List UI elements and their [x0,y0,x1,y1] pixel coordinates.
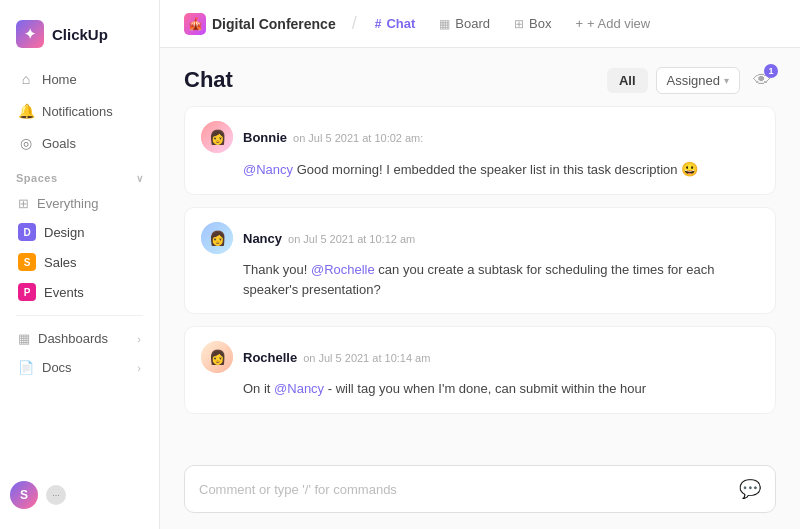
chevron-down-icon: ▾ [724,75,729,86]
project-name: Digital Conference [212,16,336,32]
message-author-3: Rochelle [243,350,297,365]
sidebar-item-home[interactable]: ⌂ Home [8,64,151,94]
sidebar-bottom-links: ▦ Dashboards › 📄 Docs › [0,324,159,382]
sidebar-item-goals-label: Goals [42,136,76,151]
design-space-icon: D [18,223,36,241]
watch-badge: 1 [764,64,778,78]
message-card-1: 👩 Bonnie on Jul 5 2021 at 10:02 am: @Nan… [184,106,776,195]
avatar-nancy: 👩 [201,222,233,254]
chat-header-controls: All Assigned ▾ 👁 1 [607,66,776,94]
avatar-bonnie: 👩 [201,121,233,153]
message-header-1: 👩 Bonnie on Jul 5 2021 at 10:02 am: [201,121,759,153]
tab-board[interactable]: ▦ Board [429,10,500,37]
logo[interactable]: ✦ ClickUp [0,12,159,64]
filter-assigned-button[interactable]: Assigned ▾ [656,67,740,94]
sales-space-icon: S [18,253,36,271]
message-text-before-2: Thank you! [243,262,311,277]
home-icon: ⌂ [18,71,34,87]
message-author-2: Nancy [243,231,282,246]
user-area[interactable]: S ··· [0,473,159,517]
spaces-list: ⊞ Everything D Design S Sales P Events [0,190,159,307]
mention-nancy-3: @Nancy [274,381,324,396]
sidebar-item-events-label: Events [44,285,84,300]
message-body-2: Thank you! @Rochelle can you create a su… [201,260,759,299]
sidebar-item-everything-label: Everything [37,196,98,211]
topbar-divider: / [352,13,357,34]
user-secondary-avatar: ··· [46,485,66,505]
tab-chat[interactable]: # Chat [365,10,426,37]
tab-box-label: Box [529,16,551,31]
message-card-3: 👩 Rochelle on Jul 5 2021 at 10:14 am On … [184,326,776,414]
goals-icon: ◎ [18,135,34,151]
message-author-1: Bonnie [243,130,287,145]
sidebar: ✦ ClickUp ⌂ Home 🔔 Notifications ◎ Goals… [0,0,160,529]
chat-header: Chat All Assigned ▾ 👁 1 [160,48,800,106]
docs-icon: 📄 [18,360,34,375]
dashboards-expand-icon: › [137,333,141,345]
sidebar-item-sales[interactable]: S Sales [8,247,151,277]
sidebar-item-events[interactable]: P Events [8,277,151,307]
events-space-icon: P [18,283,36,301]
bell-icon: 🔔 [18,103,34,119]
spaces-collapse-icon[interactable]: ∨ [136,173,144,184]
message-text-1: Good morning! I embedded the speaker lis… [297,162,678,177]
message-time-3: on Jul 5 2021 at 10:14 am [303,352,430,364]
sidebar-item-sales-label: Sales [44,255,77,270]
sidebar-item-notifications[interactable]: 🔔 Notifications [8,96,151,126]
message-header-2: 👩 Nancy on Jul 5 2021 at 10:12 am [201,222,759,254]
send-icon[interactable]: 💬 [739,478,761,500]
comment-area: Comment or type '/' for commands 💬 [160,453,800,529]
dashboards-icon: ▦ [18,331,30,346]
sidebar-item-docs-label: Docs [42,360,72,375]
message-text-before-3: On it [243,381,274,396]
sidebar-item-everything[interactable]: ⊞ Everything [8,190,151,217]
board-icon: ▦ [439,17,450,31]
main-content: 🎪 Digital Conference / # Chat ▦ Board ⊞ … [160,0,800,529]
sidebar-item-notifications-label: Notifications [42,104,113,119]
sidebar-item-goals[interactable]: ◎ Goals [8,128,151,158]
messages-list: 👩 Bonnie on Jul 5 2021 at 10:02 am: @Nan… [160,106,800,453]
message-meta-2: Nancy on Jul 5 2021 at 10:12 am [243,231,415,246]
tab-box[interactable]: ⊞ Box [504,10,561,37]
add-view-button[interactable]: + + Add view [565,10,660,37]
sidebar-item-design[interactable]: D Design [8,217,151,247]
message-body-1: @Nancy Good morning! I embedded the spea… [201,159,759,180]
emoji-1: 😀 [681,161,698,177]
sidebar-nav: ⌂ Home 🔔 Notifications ◎ Goals [0,64,159,158]
add-view-label: + Add view [587,16,650,31]
comment-placeholder: Comment or type '/' for commands [199,482,397,497]
plus-icon: + [575,16,583,31]
message-meta-1: Bonnie on Jul 5 2021 at 10:02 am: [243,130,423,145]
message-header-3: 👩 Rochelle on Jul 5 2021 at 10:14 am [201,341,759,373]
logo-text: ClickUp [52,26,108,43]
nancy-avatar-img: 👩 [201,222,233,254]
project-icon: 🎪 [184,13,206,35]
message-text-after-3: - will tag you when I'm done, can submit… [328,381,646,396]
grid-icon: ⊞ [18,196,29,211]
topbar: 🎪 Digital Conference / # Chat ▦ Board ⊞ … [160,0,800,48]
message-meta-3: Rochelle on Jul 5 2021 at 10:14 am [243,350,430,365]
spaces-section-header: Spaces ∨ [0,158,159,190]
tab-chat-label: Chat [386,16,415,31]
box-icon: ⊞ [514,17,524,31]
sidebar-item-design-label: Design [44,225,84,240]
sidebar-divider-1 [16,315,143,316]
filter-all-button[interactable]: All [607,68,648,93]
message-card-2: 👩 Nancy on Jul 5 2021 at 10:12 am Thank … [184,207,776,314]
bonnie-avatar-img: 👩 [201,121,233,153]
project-selector[interactable]: 🎪 Digital Conference [176,7,344,41]
message-time-2: on Jul 5 2021 at 10:12 am [288,233,415,245]
tab-board-label: Board [455,16,490,31]
hash-icon: # [375,17,382,31]
message-time-1: on Jul 5 2021 at 10:02 am: [293,132,423,144]
sidebar-item-home-label: Home [42,72,77,87]
sidebar-item-dashboards-label: Dashboards [38,331,108,346]
content-area: Chat All Assigned ▾ 👁 1 👩 [160,48,800,529]
avatar-rochelle: 👩 [201,341,233,373]
logo-icon: ✦ [16,20,44,48]
mention-rochelle: @Rochelle [311,262,375,277]
watch-button[interactable]: 👁 1 [748,66,776,94]
sidebar-item-docs[interactable]: 📄 Docs › [8,353,151,382]
sidebar-item-dashboards[interactable]: ▦ Dashboards › [8,324,151,353]
comment-input-wrapper[interactable]: Comment or type '/' for commands 💬 [184,465,776,513]
